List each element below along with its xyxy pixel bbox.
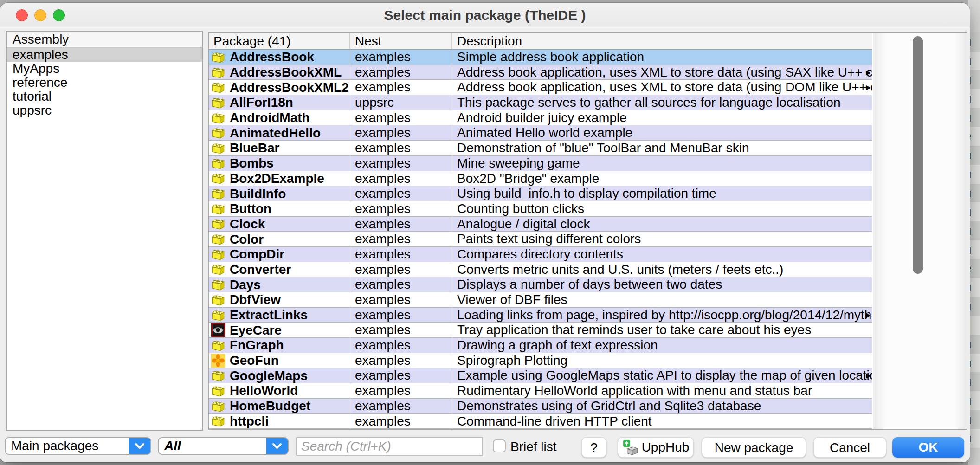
package-row[interactable]: Box2DExample examples Box2D "Bridge" exa… <box>209 171 872 187</box>
package-row[interactable]: BuildInfo examples Using build_info.h to… <box>209 186 872 201</box>
package-description: Drawing a graph of text expression <box>452 338 872 353</box>
package-row[interactable]: DbfView examples Viewer of DBF files <box>209 292 872 308</box>
package-row[interactable]: AddressBookXML examples Address book app… <box>209 65 872 80</box>
package-row[interactable]: AndroidMath examples Android builder jui… <box>209 110 872 126</box>
assembly-item-uppsrc[interactable]: uppsrc <box>7 103 202 117</box>
package-row[interactable]: Bombs examples Mine sweeping game <box>209 156 872 171</box>
column-header-nest[interactable]: Nest <box>350 33 452 49</box>
package-cell: Bombs <box>209 156 350 171</box>
main-packages-dropdown[interactable]: Main packages <box>5 437 151 455</box>
upphub-package-icon <box>622 439 639 456</box>
new-package-button[interactable]: New package <box>702 437 806 458</box>
package-nest: examples <box>350 414 452 429</box>
assembly-item-MyApps[interactable]: MyApps <box>7 62 202 76</box>
package-nest: examples <box>350 277 452 292</box>
package-description-text: Drawing a graph of text expression <box>457 338 658 352</box>
scrollbar-thumb[interactable] <box>913 36 923 274</box>
package-name: AnimatedHello <box>230 126 321 140</box>
assembly-column-header[interactable]: Assembly <box>7 32 202 48</box>
package-nest: examples <box>350 399 452 413</box>
package-nest: examples <box>350 50 452 65</box>
help-button[interactable]: ? <box>581 437 606 458</box>
nest-filter-dropdown[interactable]: All <box>158 437 289 455</box>
package-row[interactable]: EyeCare examples Tray application that r… <box>209 323 872 338</box>
column-header-package[interactable]: Package (41) <box>209 33 350 49</box>
package-nest: examples <box>350 110 452 125</box>
package-description: Tray application that reminds user to ta… <box>452 323 872 337</box>
package-row[interactable]: Days examples Displays a number of days … <box>209 277 872 292</box>
package-cell: AddressBook <box>209 50 350 65</box>
cancel-button[interactable]: Cancel <box>813 437 886 458</box>
package-description: Example using GoogleMaps static API to d… <box>452 368 872 383</box>
package-description-text: Using build_info.h to display compilatio… <box>457 186 716 200</box>
ok-button[interactable]: OK <box>892 437 964 458</box>
package-description: Spirograph Plotting <box>452 353 872 368</box>
package-description-text: Tray application that reminds user to ta… <box>457 323 811 337</box>
brief-list-checkbox[interactable] <box>493 439 506 452</box>
package-row[interactable]: Button examples Counting button clicks <box>209 201 872 217</box>
package-cell: BlueBar <box>209 141 350 155</box>
package-row[interactable]: AnimatedHello examples Animated Hello wo… <box>209 125 872 141</box>
package-row[interactable]: HelloWorld examples Rudimentary HelloWor… <box>209 383 872 399</box>
package-description-text: Address book application, uses XML to st… <box>457 65 872 79</box>
package-nest: examples <box>350 323 452 337</box>
package-name: Button <box>230 201 271 216</box>
assembly-item-reference[interactable]: reference <box>7 76 202 90</box>
package-row[interactable]: BlueBar examples Demonstration of "blue"… <box>209 141 872 156</box>
package-row[interactable]: GoogleMaps examples Example using Google… <box>209 368 872 383</box>
upphub-button-label: UppHub <box>642 437 690 458</box>
package-name: Converter <box>230 262 291 277</box>
assembly-item-examples[interactable]: examples <box>7 48 202 62</box>
package-name: BlueBar <box>230 141 279 155</box>
package-row[interactable]: ExtractLinks examples Loading links from… <box>209 308 872 323</box>
package-nest: examples <box>350 292 452 307</box>
package-brick-icon <box>211 156 225 170</box>
package-description-text: Counting button clicks <box>457 201 584 216</box>
package-description: Simple address book application <box>452 50 872 65</box>
package-description: Viewer of DBF files <box>452 292 872 307</box>
package-row[interactable]: Clock examples Analogue / digital clock <box>209 217 872 232</box>
package-nest: examples <box>350 308 452 323</box>
package-description-text: Animated Hello world example <box>457 125 632 140</box>
package-description: Address book application, uses XML to st… <box>452 65 872 80</box>
package-description: Using build_info.h to display compilatio… <box>452 186 872 201</box>
package-row[interactable]: GeoFun examples Spirograph Plotting <box>209 353 872 368</box>
package-brick-icon <box>211 293 225 307</box>
assembly-list: examplesMyAppsreferencetutorialuppsrc <box>7 48 202 117</box>
spirograph-icon <box>211 354 225 368</box>
package-row[interactable]: Converter examples Converts metric units… <box>209 262 872 278</box>
package-description: Mine sweeping game <box>452 156 872 171</box>
package-row[interactable]: CompDir examples Compares directory cont… <box>209 247 872 262</box>
package-row[interactable]: httpcli examples Command-line driven HTT… <box>209 414 872 429</box>
package-nest: examples <box>350 247 452 262</box>
column-header-description[interactable]: Description <box>452 33 872 49</box>
package-nest: examples <box>350 217 452 232</box>
package-row[interactable]: FnGraph examples Drawing a graph of text… <box>209 338 872 353</box>
chevron-down-icon[interactable] <box>129 438 150 454</box>
chevron-down-icon[interactable] <box>266 438 288 454</box>
search-input[interactable] <box>296 437 483 456</box>
package-description-text: Demonstrates using of GridCtrl and Sqlit… <box>457 399 761 413</box>
package-row[interactable]: AddressBookXML2 examples Address book ap… <box>209 80 872 95</box>
package-brick-icon <box>211 399 225 413</box>
assembly-item-tutorial[interactable]: tutorial <box>7 90 202 103</box>
scrollbar-track[interactable] <box>873 33 967 429</box>
package-description: Android builder juicy example <box>452 110 872 125</box>
package-cell: GoogleMaps <box>209 368 350 383</box>
package-description: Counting button clicks <box>452 201 872 216</box>
package-row[interactable]: AllForI18n uppsrc This package serves to… <box>209 95 872 110</box>
package-nest: examples <box>350 156 452 171</box>
package-description-text: Android builder juicy example <box>457 110 627 125</box>
package-row[interactable]: HomeBudget examples Demonstrates using o… <box>209 399 872 414</box>
package-list-panel: Package (41) Nest Description AddressBoo… <box>208 32 967 430</box>
titlebar[interactable]: Select main package (TheIDE ) <box>0 3 970 27</box>
package-brick-icon <box>211 247 225 261</box>
package-cell: BuildInfo <box>209 186 350 201</box>
upphub-button[interactable]: UppHub <box>618 437 694 458</box>
package-row[interactable]: AddressBook examples Simple address book… <box>209 50 872 65</box>
package-cell: Color <box>209 232 350 246</box>
package-name: Clock <box>230 217 265 231</box>
assembly-panel: Assembly examplesMyAppsreferencetutorial… <box>6 31 203 431</box>
package-description: Demonstrates using of GridCtrl and Sqlit… <box>452 399 872 413</box>
package-row[interactable]: Color examples Paints text using differe… <box>209 232 872 247</box>
